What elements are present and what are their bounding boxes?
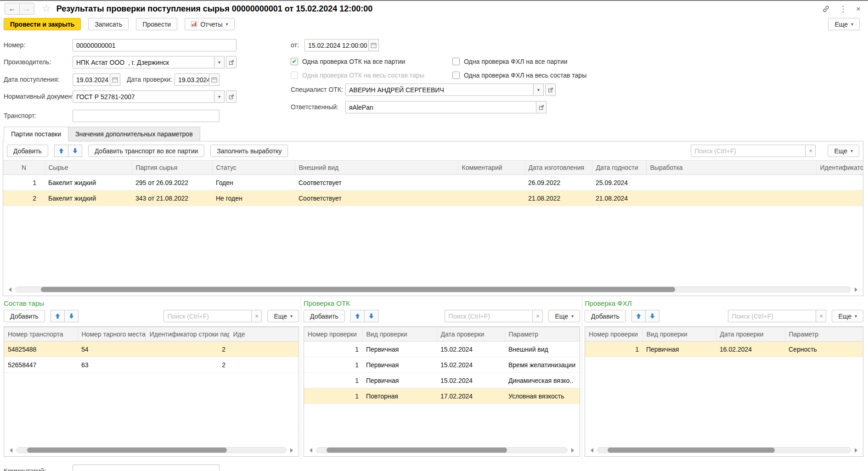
- checkbox-one-fhl-all-batches[interactable]: Одна проверка ФХЛ на все партии: [452, 57, 568, 66]
- cell[interactable]: Повторная: [362, 388, 437, 404]
- move-down-button[interactable]: [64, 310, 79, 322]
- table-row[interactable]: 1 Повторная 17.02.2024 Условная вязкость: [304, 388, 580, 404]
- cell[interactable]: 1: [3, 175, 45, 191]
- cell[interactable]: Время желатинизации: [505, 357, 580, 373]
- scroll-right-button[interactable]: [570, 447, 575, 453]
- cell[interactable]: 1: [304, 373, 362, 388]
- cell[interactable]: 2: [146, 342, 229, 357]
- tara-more-button[interactable]: Еще ▾: [267, 310, 299, 322]
- scrollbar-thumb[interactable]: [327, 448, 507, 453]
- cell[interactable]: [816, 191, 863, 206]
- normative-doc-dropdown-button[interactable]: ▾: [214, 90, 225, 103]
- fhl-search-clear-button[interactable]: ×: [816, 310, 826, 322]
- move-down-button[interactable]: [645, 310, 659, 322]
- forward-button[interactable]: →: [19, 3, 34, 15]
- back-button[interactable]: ←: [5, 3, 20, 15]
- table-row[interactable]: 1 Первичная 15.02.2024 Время желатинизац…: [304, 357, 580, 373]
- scrollbar-thumb[interactable]: [41, 287, 676, 292]
- cell[interactable]: Соответствует: [295, 191, 458, 206]
- cell[interactable]: Внешний вид: [505, 342, 580, 357]
- cell[interactable]: 15.02.2024: [437, 373, 505, 388]
- receipt-date-calendar-button[interactable]: [110, 73, 120, 86]
- cell[interactable]: 1: [304, 388, 362, 404]
- cell[interactable]: Первичная: [643, 342, 716, 357]
- table-row[interactable]: 52658447 63 2: [4, 357, 299, 373]
- cell[interactable]: [816, 175, 863, 191]
- cell[interactable]: Бакелит жидкий: [45, 191, 132, 206]
- batches-search-clear-button[interactable]: ×: [806, 145, 816, 157]
- fhl-add-button[interactable]: Добавить: [585, 310, 626, 322]
- cell[interactable]: Динамическая вязко..: [505, 373, 580, 388]
- cell[interactable]: 15.02.2024: [437, 342, 505, 357]
- post-and-close-button[interactable]: Провести и закрыть: [4, 18, 81, 30]
- cell[interactable]: 17.02.2024: [437, 388, 505, 404]
- scrollbar-track[interactable]: [316, 447, 568, 453]
- tara-search-input[interactable]: [163, 310, 252, 322]
- move-up-button[interactable]: [51, 310, 65, 322]
- cell[interactable]: 21.08.2022: [524, 191, 592, 206]
- cell[interactable]: Первичная: [362, 373, 437, 388]
- cell[interactable]: 26.09.2022: [524, 175, 592, 191]
- checkbox-one-fhl-all-containers[interactable]: Одна проверка ФХЛ на весь состав тары: [452, 71, 586, 79]
- manufacturer-field[interactable]: НПК Астат ООО , г. Дзержинск: [73, 56, 214, 68]
- otk-specialist-open-button[interactable]: [545, 84, 556, 96]
- cell[interactable]: 15.02.2024: [437, 357, 505, 373]
- cell[interactable]: Первичная: [362, 342, 437, 357]
- table-row[interactable]: 54825488 54 2: [4, 342, 299, 357]
- fhl-search-input[interactable]: [728, 310, 816, 322]
- scrollbar-thumb[interactable]: [608, 448, 775, 453]
- receipt-date-field[interactable]: 19.03.2024: [73, 73, 110, 86]
- otk-specialist-dropdown-button[interactable]: ▾: [534, 84, 544, 96]
- cell[interactable]: Условная вязкость: [505, 388, 580, 404]
- transport-field[interactable]: [73, 110, 220, 122]
- table-row[interactable]: 1 Первичная 16.02.2024 Серность: [585, 342, 863, 357]
- cell[interactable]: 16.02.2024: [716, 342, 785, 357]
- cell[interactable]: 1: [304, 357, 362, 373]
- cell[interactable]: Бакелит жидкий: [45, 175, 132, 191]
- cell[interactable]: [229, 357, 299, 373]
- normative-doc-field[interactable]: ГОСТ Р 52781-2007: [73, 90, 214, 103]
- reports-button[interactable]: Отчеты ▾: [185, 18, 234, 30]
- otk-search-clear-button[interactable]: ×: [533, 310, 543, 322]
- menu-dots-icon[interactable]: ⋮: [839, 5, 847, 13]
- batches-add-button[interactable]: Добавить: [7, 145, 48, 157]
- tara-add-button[interactable]: Добавить: [4, 310, 45, 322]
- cell[interactable]: [646, 191, 816, 206]
- batches-search-input[interactable]: [691, 145, 806, 157]
- cell[interactable]: Не годен: [212, 191, 295, 206]
- fhl-more-button[interactable]: Еще ▾: [832, 310, 863, 322]
- cell[interactable]: 1: [304, 342, 362, 357]
- move-up-button[interactable]: [54, 145, 68, 157]
- cell[interactable]: 52658447: [4, 357, 78, 373]
- otk-more-button[interactable]: Еще ▾: [548, 310, 580, 322]
- tara-search-clear-button[interactable]: ×: [252, 310, 262, 322]
- table-row[interactable]: 1 Бакелит жидкий 295 от 26.09.2022 Годен…: [3, 175, 863, 191]
- move-down-button[interactable]: [68, 145, 82, 157]
- otk-search-input[interactable]: [445, 310, 533, 322]
- move-up-button[interactable]: [350, 310, 365, 322]
- check-date-field[interactable]: 19.03.2024: [175, 73, 209, 86]
- cell[interactable]: [229, 342, 299, 357]
- form-more-button[interactable]: Еще ▾: [828, 18, 860, 30]
- scroll-left-button[interactable]: [589, 447, 595, 453]
- cell[interactable]: 295 от 26.09.2022: [132, 175, 212, 191]
- cell[interactable]: 2: [146, 357, 229, 373]
- save-button[interactable]: Записать: [88, 18, 129, 30]
- responsible-field[interactable]: яAlePan: [345, 101, 536, 113]
- cell[interactable]: Первичная: [362, 357, 437, 373]
- scroll-right-button[interactable]: [853, 447, 859, 453]
- cell[interactable]: [458, 191, 524, 206]
- table-row[interactable]: 1 Первичная 15.02.2024 Динамическая вязк…: [304, 373, 580, 388]
- comment-field[interactable]: [73, 465, 220, 471]
- checkbox-one-otk-all-batches[interactable]: ✔ Одна проверка ОТК на все партии: [291, 57, 405, 66]
- scroll-left-button[interactable]: [308, 447, 314, 453]
- cell[interactable]: 21.08.2024: [592, 191, 646, 206]
- checkbox-one-otk-all-containers[interactable]: Одна проверка ОТК на весь состав тары: [291, 71, 424, 79]
- scroll-left-button[interactable]: [7, 286, 13, 292]
- cell[interactable]: Серность: [785, 342, 863, 357]
- table-row[interactable]: 1 Первичная 15.02.2024 Внешний вид: [304, 342, 580, 357]
- cell[interactable]: 343 от 21.08.2022: [132, 191, 212, 206]
- otk-add-button[interactable]: Добавить: [304, 310, 345, 322]
- scroll-right-button[interactable]: [289, 447, 294, 453]
- cell[interactable]: [458, 175, 524, 191]
